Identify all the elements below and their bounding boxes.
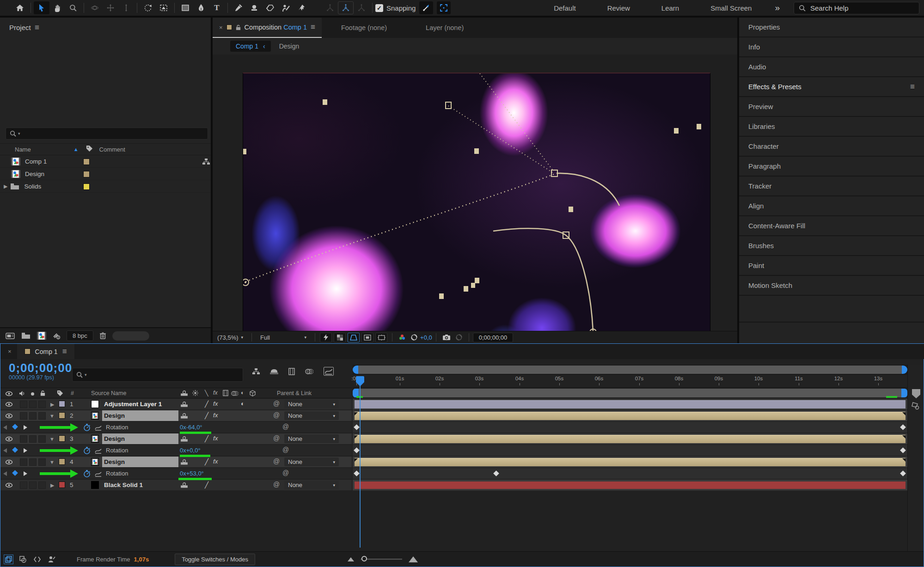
property-pick-whip-icon[interactable]: @	[282, 423, 289, 430]
zoom-slider-knob[interactable]	[361, 556, 367, 561]
close-icon[interactable]: ×	[219, 24, 223, 31]
stopwatch-icon[interactable]	[83, 424, 91, 431]
layer-name[interactable]: Black Solid 1	[104, 482, 143, 488]
track-rotation-layer-4[interactable]	[353, 468, 907, 479]
selection-tool-icon[interactable]	[34, 1, 49, 14]
adjustment-layer-toggle-icon[interactable]: ◐	[241, 400, 245, 407]
keyframe-toggle-icon[interactable]	[12, 470, 18, 476]
playhead-line[interactable]	[360, 377, 361, 548]
3d-layer-switch-icon[interactable]	[250, 390, 256, 396]
keyframe-diamond[interactable]	[354, 424, 360, 430]
label-column-tag-icon[interactable]	[86, 145, 93, 153]
parent-pick-whip-icon[interactable]: @	[273, 434, 280, 442]
layer-name-selected[interactable]: Design	[102, 457, 178, 467]
mask-visibility-icon[interactable]	[348, 333, 360, 342]
parent-dropdown[interactable]: None▾	[284, 400, 339, 408]
layer-duration-bar[interactable]	[355, 482, 906, 489]
layer-name-selected[interactable]: Design	[102, 433, 178, 444]
keyframe-diamond[interactable]	[493, 470, 499, 476]
flowchart-icon[interactable]	[202, 159, 210, 165]
column-source-name[interactable]: Source Name	[91, 390, 126, 396]
render-order-icon[interactable]	[48, 556, 55, 562]
keyframe-toggle-icon[interactable]	[12, 447, 18, 453]
panel-tab-audio[interactable]: Audio	[739, 57, 924, 77]
track-layer-3[interactable]	[353, 433, 907, 445]
zoom-tool-icon[interactable]	[65, 1, 81, 14]
track-rotation-layer-3[interactable]	[353, 445, 907, 456]
current-timecode[interactable]: 0;00;00;00	[9, 361, 72, 375]
frame-blend-switch-icon[interactable]	[223, 390, 228, 396]
workspace-tab-small-screen[interactable]: Small Screen	[710, 4, 752, 12]
panel-tab-effects-presets[interactable]: Effects & Presets≡	[739, 77, 924, 97]
panel-tab-motion-sketch[interactable]: Motion Sketch	[739, 276, 924, 296]
expand-layer-switches-icon[interactable]	[5, 556, 12, 563]
breadcrumb-current-comp[interactable]: Comp 1 ‹	[230, 41, 271, 52]
horizontal-scrollbar-thumb[interactable]	[112, 331, 149, 341]
panel-tab-properties[interactable]: Properties	[739, 18, 924, 37]
fx-toggle-icon[interactable]: fx	[213, 458, 218, 465]
parent-pick-whip-icon[interactable]: @	[273, 411, 280, 419]
playhead-handle[interactable]	[356, 376, 364, 386]
track-layer-5[interactable]	[353, 480, 907, 491]
eye-icon[interactable]	[5, 460, 13, 464]
fast-previews-icon[interactable]	[320, 333, 332, 342]
label-color-swatch[interactable]	[83, 183, 90, 190]
time-ruler[interactable]: :00s 01s 02s 03s 04s 05s 06s 07s 08s 09s…	[353, 376, 907, 388]
collapse-transformations-icon[interactable]	[192, 390, 198, 396]
keyframe-diamond[interactable]	[900, 424, 906, 430]
expander-chevron-icon[interactable]: ▶	[4, 183, 7, 189]
parent-pick-whip-icon[interactable]: @	[273, 481, 280, 488]
graph-editor-icon[interactable]	[324, 367, 334, 376]
zoom-out-mountain-icon[interactable]	[348, 557, 354, 561]
clone-stamp-tool-icon[interactable]	[246, 1, 262, 14]
timeline-navigator[interactable]	[353, 365, 907, 375]
new-folder-icon[interactable]	[21, 332, 31, 339]
parent-pick-whip-icon[interactable]: @	[273, 457, 280, 465]
project-item-design[interactable]: Design	[0, 168, 212, 180]
guides-options-icon[interactable]	[375, 333, 387, 342]
motion-blur-switch-icon[interactable]	[231, 390, 239, 396]
composition-canvas[interactable]	[243, 73, 710, 331]
world-axis-mode-icon[interactable]	[338, 1, 354, 14]
solo-column-icon[interactable]	[31, 392, 34, 396]
new-composition-icon[interactable]	[37, 332, 46, 340]
property-label[interactable]: Rotation	[106, 424, 128, 431]
label-color-swatch[interactable]	[83, 171, 90, 177]
quality-switch-icon[interactable]: ╲	[205, 390, 208, 396]
layer-duration-bar[interactable]	[355, 400, 906, 408]
panel-tab-align[interactable]: Align	[739, 196, 924, 216]
project-item-comp-1[interactable]: Comp 1	[0, 156, 212, 168]
navigator-end-handle[interactable]	[902, 366, 907, 374]
track-layer-4[interactable]	[353, 457, 907, 468]
panel-tab-character[interactable]: Character	[739, 137, 924, 157]
property-pick-whip-icon[interactable]: @	[282, 469, 289, 476]
next-keyframe-icon[interactable]	[24, 425, 27, 430]
keyframe-diamond[interactable]	[900, 470, 906, 476]
stopwatch-icon[interactable]	[83, 470, 91, 477]
layer-name-selected[interactable]: Design	[102, 410, 178, 421]
timeline-tab-comp-1[interactable]: Comp 1 ≡	[17, 344, 74, 359]
audio-column-speaker-icon[interactable]	[19, 390, 25, 396]
property-label[interactable]: Rotation	[106, 470, 128, 477]
dolly-camera-tool-icon[interactable]	[118, 1, 134, 14]
lock-column-icon[interactable]	[40, 390, 45, 396]
column-number[interactable]: #	[71, 390, 74, 396]
rotation-tool-icon[interactable]	[140, 1, 156, 14]
hand-tool-icon[interactable]	[49, 1, 65, 14]
camera-tool-icon[interactable]	[156, 1, 171, 14]
label-color-swatch[interactable]	[59, 401, 65, 407]
panel-tab-content-aware-fill[interactable]: Content-Aware Fill	[739, 216, 924, 236]
region-of-interest-icon[interactable]	[361, 333, 373, 342]
exposure-value[interactable]: +0,0	[420, 334, 432, 341]
expander-chevron-icon[interactable]: ▼	[49, 436, 55, 442]
trash-icon[interactable]	[100, 332, 106, 339]
parent-pick-whip-icon[interactable]: @	[273, 400, 280, 407]
expander-chevron-icon[interactable]: ▼	[49, 413, 55, 419]
next-keyframe-icon[interactable]	[24, 448, 27, 453]
parent-dropdown[interactable]: None▾	[284, 481, 339, 489]
prev-keyframe-icon[interactable]	[3, 448, 7, 453]
eye-icon[interactable]	[5, 402, 13, 407]
track-layer-1[interactable]	[353, 399, 907, 410]
rotation-value[interactable]: 0x+0,0°	[180, 447, 201, 454]
label-color-swatch[interactable]	[83, 159, 90, 165]
